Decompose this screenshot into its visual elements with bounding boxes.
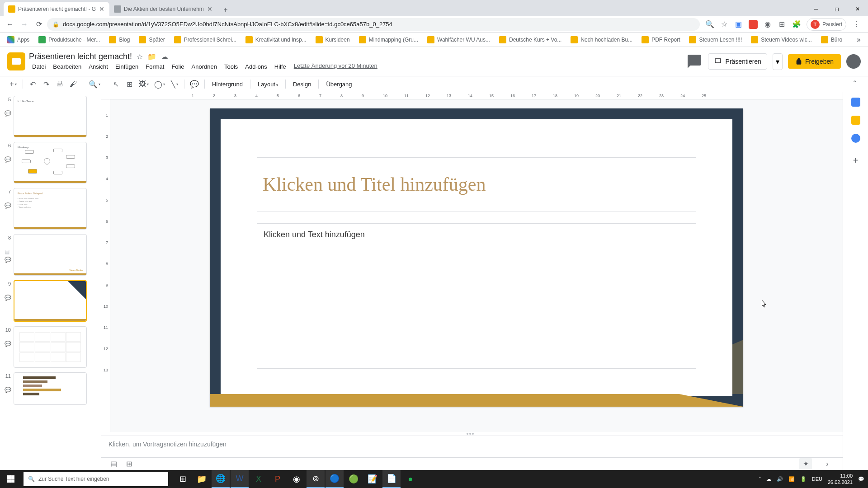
new-slide-button[interactable]: +▾ <box>7 78 19 90</box>
spotify-icon[interactable]: ● <box>401 470 420 488</box>
language-indicator[interactable]: DEU <box>812 476 822 482</box>
comment-mini-icon[interactable]: 💬 <box>5 387 11 393</box>
menu-tools[interactable]: Tools <box>221 62 241 71</box>
horizontal-ruler[interactable]: 1234567891011121314151617181920212223242… <box>101 92 843 99</box>
collapse-toolbar-button[interactable]: ˆ <box>849 78 861 90</box>
excel-icon[interactable]: X <box>250 470 268 488</box>
start-button[interactable] <box>0 470 22 488</box>
extension-badge-icon[interactable] <box>749 20 758 29</box>
bookmark-item[interactable]: Steuern Lesen !!!! <box>685 34 745 45</box>
design-button[interactable]: Design <box>289 79 315 89</box>
browser-tab[interactable]: Die Aktien der besten Unternehm ✕ <box>109 2 217 16</box>
wifi-icon[interactable]: 📶 <box>788 476 795 482</box>
undo-button[interactable]: ↶ <box>27 78 38 90</box>
tab-close-icon[interactable]: ✕ <box>99 6 105 12</box>
profile-button[interactable]: T Pausiert <box>807 18 846 31</box>
menu-addons[interactable]: Add-ons <box>242 62 270 71</box>
cloud-icon[interactable]: ☁ <box>766 476 771 482</box>
chrome-icon[interactable]: 🔵 <box>326 470 344 488</box>
notes-resize-handle[interactable] <box>101 432 843 436</box>
bookmark-star-icon[interactable]: ☆ <box>720 20 729 29</box>
comment-mini-icon[interactable]: 💬 <box>5 295 11 301</box>
chrome-menu-icon[interactable]: ⋮ <box>852 20 861 29</box>
window-minimize-button[interactable]: ─ <box>806 2 826 16</box>
menu-folie[interactable]: Folie <box>168 62 187 71</box>
zoom-button[interactable]: 🔍▾ <box>87 78 102 90</box>
tab-close-icon[interactable]: ✕ <box>207 6 213 12</box>
present-button[interactable]: Präsentieren <box>708 53 767 70</box>
bookmark-item[interactable]: Blog <box>105 34 133 45</box>
nav-back-button[interactable]: ← <box>4 18 16 31</box>
keep-icon[interactable] <box>851 116 860 125</box>
share-button[interactable]: Freigeben <box>788 54 841 69</box>
bookmark-item[interactable]: Später <box>135 34 168 45</box>
bookmark-item[interactable]: Büro <box>817 34 846 45</box>
vertical-ruler[interactable]: 12345678910111213 <box>101 99 110 432</box>
explore-button[interactable]: ✦ <box>799 458 812 470</box>
select-tool-button[interactable]: ↖ <box>110 78 122 90</box>
layout-button[interactable]: Layout▾ <box>254 79 282 89</box>
bookmark-item[interactable]: Mindmapping (Gru... <box>355 34 422 45</box>
bookmark-item[interactable]: Kursideen <box>312 34 354 45</box>
comment-button[interactable]: 💬 <box>188 78 201 90</box>
body-placeholder[interactable]: Klicken und Text hinzufügen <box>257 223 696 369</box>
grid-view-button[interactable]: ⊞ <box>126 460 132 468</box>
notepad-icon[interactable]: 📄 <box>382 470 401 488</box>
clock[interactable]: 11:00 26.02.2021 <box>828 473 853 486</box>
next-panel-button[interactable]: › <box>821 460 834 468</box>
bookmark-item[interactable]: Noch hochladen Bu... <box>567 34 636 45</box>
slide-thumbnail[interactable]: Ich bin Teurer. <box>14 96 87 137</box>
speaker-notes[interactable]: Klicken, um Vortragsnotizen hinzuzufügen <box>101 436 843 457</box>
move-icon[interactable]: 📁 <box>147 52 156 61</box>
shape-button[interactable]: ◯▾ <box>152 78 167 90</box>
extensions-puzzle-icon[interactable]: 🧩 <box>792 20 801 29</box>
line-button[interactable]: ╲▾ <box>169 78 180 90</box>
bookmark-item[interactable]: PDF Report <box>638 34 684 45</box>
slide-thumbnail[interactable] <box>14 372 87 405</box>
paint-format-button[interactable]: 🖌 <box>67 78 79 90</box>
menu-einfuegen[interactable]: Einfügen <box>112 62 142 71</box>
app-icon[interactable]: ◉ <box>288 470 306 488</box>
transition-button[interactable]: Übergang <box>322 79 355 89</box>
bookmark-item[interactable]: Deutsche Kurs + Vo... <box>495 34 565 45</box>
bookmark-apps[interactable]: Apps <box>4 34 33 45</box>
menu-hilfe[interactable]: Hilfe <box>271 62 289 71</box>
task-view-button[interactable]: ⊞ <box>174 470 192 488</box>
comment-mini-icon[interactable]: 💬 <box>5 341 11 347</box>
nav-forward-button[interactable]: → <box>18 18 31 31</box>
textbox-button[interactable]: ⊞ <box>123 78 135 90</box>
notifications-icon[interactable]: 💬 <box>858 476 864 482</box>
filmstrip[interactable]: 5 💬 Ich bin Teurer. 6 💬 Mindmap <box>0 92 101 470</box>
extension-icon[interactable]: ▣ <box>734 20 743 29</box>
redo-button[interactable]: ↷ <box>40 78 52 90</box>
image-button[interactable]: 🖼▾ <box>137 78 151 90</box>
comment-mini-icon[interactable]: 💬 <box>5 110 11 117</box>
zoom-icon[interactable]: 🔍 <box>705 20 714 29</box>
document-title[interactable]: Präsentieren leicht gemacht! <box>29 52 132 61</box>
extension-icon[interactable]: ◉ <box>763 20 772 29</box>
slides-logo-icon[interactable] <box>7 52 25 70</box>
star-icon[interactable]: ☆ <box>137 52 143 61</box>
slide-thumbnail[interactable]: Mindmap <box>14 142 87 183</box>
bookmark-item[interactable]: Produktsuche - Mer... <box>35 34 104 45</box>
edge-icon[interactable]: 🟢 <box>344 470 363 488</box>
slide-thumbnail[interactable] <box>14 326 87 368</box>
bookmarks-overflow-button[interactable]: » <box>853 34 864 46</box>
bookmark-item[interactable]: Steuern Videos wic... <box>747 34 816 45</box>
bookmark-item[interactable]: Professionell Schrei... <box>170 34 240 45</box>
menu-datei[interactable]: Datei <box>29 62 49 71</box>
slide-thumbnail-selected[interactable] <box>14 280 87 322</box>
menu-bearbeiten[interactable]: Bearbeiten <box>50 62 85 71</box>
comments-button[interactable] <box>686 53 703 70</box>
user-avatar[interactable] <box>846 54 861 69</box>
canvas-scroll[interactable]: Klicken und Titel hinzufügen Klicken und… <box>110 99 843 432</box>
tray-expand-icon[interactable]: ˆ <box>759 476 761 482</box>
menu-ansicht[interactable]: Ansicht <box>85 62 111 71</box>
menu-format[interactable]: Format <box>142 62 167 71</box>
notes-mini-icon[interactable]: ▤ <box>5 249 11 255</box>
background-button[interactable]: Hintergrund <box>208 79 246 89</box>
obs-icon[interactable]: ⊚ <box>307 470 325 488</box>
cloud-status-icon[interactable]: ☁ <box>161 52 168 61</box>
add-addon-button[interactable]: + <box>853 155 859 166</box>
battery-icon[interactable]: 🔋 <box>800 476 807 482</box>
